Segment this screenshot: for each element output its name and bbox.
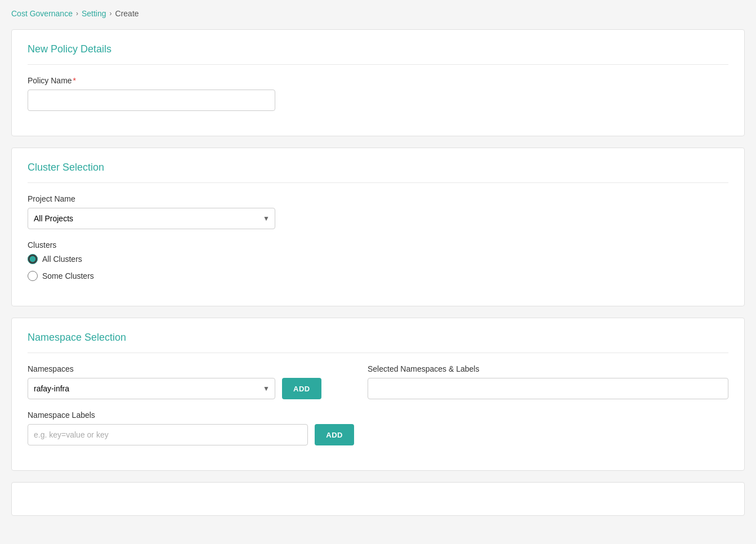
- add-labels-button[interactable]: ADD: [315, 424, 354, 445]
- namespace-layout: Namespaces rafay-infra ▼ ADD Namespace L…: [28, 364, 728, 457]
- project-name-select-wrapper: All Projects ▼: [28, 208, 275, 229]
- some-clusters-radio[interactable]: [28, 271, 38, 281]
- selected-namespaces-display: [368, 378, 728, 399]
- project-name-select[interactable]: All Projects: [28, 208, 275, 229]
- breadcrumb-setting[interactable]: Setting: [82, 9, 106, 18]
- namespace-labels-input[interactable]: [28, 424, 308, 445]
- namespace-select[interactable]: rafay-infra: [28, 378, 275, 399]
- all-clusters-radio[interactable]: [28, 254, 38, 264]
- project-name-label: Project Name: [28, 194, 728, 203]
- namespace-right-panel: Selected Namespaces & Labels: [368, 364, 728, 399]
- some-clusters-radio-item[interactable]: Some Clusters: [28, 271, 728, 281]
- selected-namespaces-label: Selected Namespaces & Labels: [368, 364, 728, 373]
- namespace-selection-title: Namespace Selection: [28, 332, 728, 353]
- all-clusters-label: All Clusters: [42, 255, 82, 264]
- namespace-labels-label: Namespace Labels: [28, 411, 354, 420]
- namespaces-group: Namespaces rafay-infra ▼ ADD: [28, 364, 354, 399]
- policy-name-label: Policy Name*: [28, 76, 728, 85]
- namespace-labels-group: Namespace Labels ADD: [28, 411, 354, 445]
- label-input-wrapper: [28, 424, 308, 445]
- breadcrumb: Cost Governance › Setting › Create: [11, 9, 745, 18]
- namespace-label-row: ADD: [28, 424, 354, 445]
- namespace-select-wrapper: rafay-infra ▼: [28, 378, 275, 399]
- breadcrumb-cost-governance[interactable]: Cost Governance: [11, 9, 73, 18]
- cluster-selection-title: Cluster Selection: [28, 162, 728, 183]
- breadcrumb-sep-2: ›: [110, 10, 112, 17]
- policy-details-card: New Policy Details Policy Name*: [11, 29, 745, 136]
- breadcrumb-sep-1: ›: [76, 10, 78, 17]
- namespace-selection-card: Namespace Selection Namespaces rafay-inf…: [11, 318, 745, 471]
- some-clusters-label: Some Clusters: [42, 271, 94, 280]
- clusters-radio-group: All Clusters Some Clusters: [28, 254, 728, 281]
- policy-name-group: Policy Name*: [28, 76, 728, 111]
- bottom-section-card: [11, 482, 745, 516]
- all-clusters-radio-item[interactable]: All Clusters: [28, 254, 728, 264]
- clusters-label: Clusters: [28, 240, 728, 249]
- add-namespace-button[interactable]: ADD: [282, 378, 321, 399]
- breadcrumb-create: Create: [115, 9, 139, 18]
- required-star: *: [73, 76, 76, 85]
- namespaces-label: Namespaces: [28, 364, 354, 373]
- page-container: Cost Governance › Setting › Create New P…: [0, 0, 756, 544]
- project-name-group: Project Name All Projects ▼: [28, 194, 728, 229]
- namespace-input-row: rafay-infra ▼ ADD: [28, 378, 354, 399]
- policy-details-title: New Policy Details: [28, 43, 728, 65]
- cluster-selection-card: Cluster Selection Project Name All Proje…: [11, 148, 745, 306]
- clusters-group: Clusters All Clusters Some Clusters: [28, 240, 728, 281]
- namespace-left-panel: Namespaces rafay-infra ▼ ADD Namespace L…: [28, 364, 354, 457]
- policy-name-input[interactable]: [28, 90, 275, 111]
